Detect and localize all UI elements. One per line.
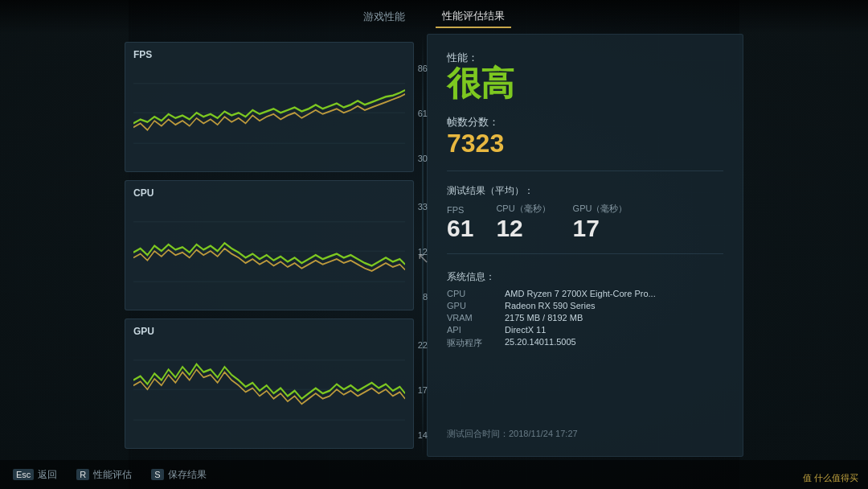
fps-scale-mid: 61 xyxy=(418,109,428,118)
sysinfo-vram-row: VRAM 2175 MB / 8192 MB xyxy=(447,313,723,323)
info-panel: 性能： 很高 帧数分数： 7323 测试结果（平均）： FPS 61 CPU（毫… xyxy=(427,34,743,457)
btn-back[interactable]: Esc 返回 xyxy=(13,468,57,482)
cpu-scale-min: 8 xyxy=(423,292,428,302)
gpu-chart-card: GPU 22 17 14 xyxy=(125,318,414,449)
result-gpu-value: 17 xyxy=(573,216,628,240)
right-decoration xyxy=(739,0,868,489)
result-fps-value: 61 xyxy=(447,216,473,240)
gpu-scale-max: 22 xyxy=(418,340,428,350)
results-section: 测试结果（平均）： FPS 61 CPU（毫秒） 12 GPU（毫秒） 17 xyxy=(447,184,723,240)
sysinfo-vram-val: 2175 MB / 8192 MB xyxy=(505,313,583,323)
sysinfo-label: 系统信息： xyxy=(447,270,723,284)
btn-eval-label: 性能评估 xyxy=(93,468,132,482)
sysinfo-cpu-row: CPU AMD Ryzen 7 2700X Eight-Core Pro... xyxy=(447,289,723,298)
cpu-chart-card: CPU 33 12 8 xyxy=(125,180,414,310)
fps-scale: 86 61 30 xyxy=(418,64,428,163)
result-fps-label: FPS xyxy=(447,205,473,215)
fps-chart-area: 86 61 30 xyxy=(133,64,405,163)
result-cpu-label: CPU（毫秒） xyxy=(496,203,550,215)
sysinfo-vram-key: VRAM xyxy=(447,313,495,323)
sysinfo-driver-val: 25.20.14011.5005 xyxy=(505,337,576,349)
divider-1 xyxy=(447,171,723,171)
btn-eval[interactable]: R 性能评估 xyxy=(76,468,132,482)
divider-2 xyxy=(447,253,723,254)
charts-panel: FPS xyxy=(125,34,414,457)
btn-back-key: Esc xyxy=(13,469,34,480)
fps-chart-label: FPS xyxy=(133,49,405,60)
results-row: FPS 61 CPU（毫秒） 12 GPU（毫秒） 17 xyxy=(447,203,723,240)
result-cpu-value: 12 xyxy=(496,216,550,240)
main-content: FPS xyxy=(125,34,743,457)
btn-save[interactable]: S 保存结果 xyxy=(151,468,206,482)
nav-item-gaming[interactable]: 游戏性能 xyxy=(357,6,411,27)
gpu-scale: 22 17 14 xyxy=(418,340,428,440)
sysinfo-api-key: API xyxy=(447,325,495,335)
btn-save-key: S xyxy=(151,469,163,480)
fps-chart-card: FPS xyxy=(125,42,414,172)
sysinfo-gpu-key: GPU xyxy=(447,301,495,310)
frames-value: 7323 xyxy=(447,129,723,158)
result-cpu: CPU（毫秒） 12 xyxy=(496,203,550,240)
result-gpu: GPU（毫秒） 17 xyxy=(573,203,628,240)
result-fps: FPS 61 xyxy=(447,205,473,240)
timestamp: 测试回合时间：2018/11/24 17:27 xyxy=(447,428,723,440)
bottom-bar: Esc 返回 R 性能评估 S 保存结果 xyxy=(0,460,868,489)
frames-label: 帧数分数： xyxy=(447,115,723,129)
sysinfo-cpu-val: AMD Ryzen 7 2700X Eight-Core Pro... xyxy=(505,289,656,298)
sysinfo-section: 系统信息： CPU AMD Ryzen 7 2700X Eight-Core P… xyxy=(447,270,723,349)
sysinfo-table: CPU AMD Ryzen 7 2700X Eight-Core Pro... … xyxy=(447,289,723,349)
frames-section: 帧数分数： 7323 xyxy=(447,112,723,158)
cpu-chart-label: CPU xyxy=(133,187,405,199)
fps-scale-min: 30 xyxy=(418,154,428,163)
fps-chart-svg xyxy=(133,64,405,163)
cpu-scale-max: 33 xyxy=(418,202,428,212)
btn-back-label: 返回 xyxy=(38,468,57,482)
result-gpu-label: GPU（毫秒） xyxy=(573,203,628,215)
fps-scale-max: 86 xyxy=(418,64,428,73)
sysinfo-driver-row: 驱动程序 25.20.14011.5005 xyxy=(447,337,723,349)
cpu-chart-svg xyxy=(133,202,405,302)
sysinfo-cpu-key: CPU xyxy=(447,289,495,298)
btn-eval-key: R xyxy=(76,469,89,480)
left-decoration xyxy=(0,0,129,489)
perf-rating: 很高 xyxy=(447,65,723,102)
sysinfo-api-val: DirectX 11 xyxy=(505,325,546,335)
sysinfo-gpu-val: Radeon RX 590 Series xyxy=(505,301,596,310)
gpu-scale-min: 14 xyxy=(418,430,428,440)
results-section-label: 测试结果（平均）： xyxy=(447,184,723,198)
gpu-chart-svg xyxy=(133,340,405,440)
nav-item-results[interactable]: 性能评估结果 xyxy=(436,6,511,28)
sysinfo-gpu-row: GPU Radeon RX 590 Series xyxy=(447,301,723,310)
performance-section: 性能： 很高 xyxy=(447,51,723,102)
gpu-scale-mid: 17 xyxy=(418,385,428,395)
nav-bar: 游戏性能 性能评估结果 xyxy=(0,0,868,34)
watermark: 值 什么值得买 xyxy=(803,472,858,484)
btn-save-label: 保存结果 xyxy=(168,468,207,482)
cursor-decoration: ↖ xyxy=(417,249,429,267)
gpu-chart-area: 22 17 14 xyxy=(133,340,405,440)
sysinfo-api-row: API DirectX 11 xyxy=(447,325,723,335)
gpu-chart-label: GPU xyxy=(133,326,405,337)
perf-label: 性能： xyxy=(447,51,723,65)
sysinfo-driver-key: 驱动程序 xyxy=(447,337,495,349)
cpu-chart-area: 33 12 8 xyxy=(133,202,405,302)
